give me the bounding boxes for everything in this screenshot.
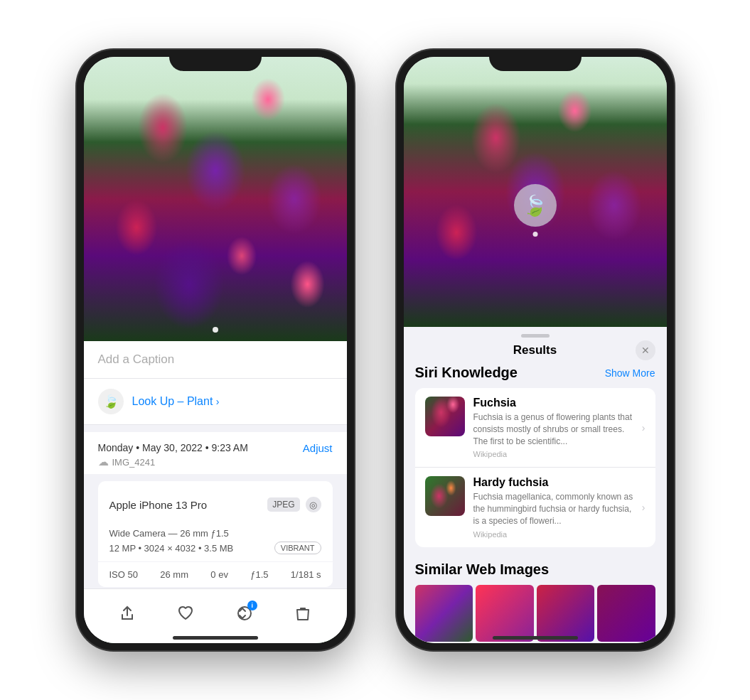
date-info: Monday • May 30, 2022 • 9:23 AM ☁ IMG_42… bbox=[98, 442, 248, 468]
lookup-icon: 🍃 bbox=[98, 389, 124, 414]
similar-image-1[interactable] bbox=[415, 585, 473, 642]
similar-images-section: Similar Web Images bbox=[404, 554, 667, 642]
device-info-card: Apple iPhone 13 Pro JPEG ◎ Wide Camera —… bbox=[98, 481, 333, 587]
exif-row: ISO 50 26 mm 0 ev ƒ1.5 1/181 s bbox=[98, 561, 333, 587]
siri-knowledge-title: Siri Knowledge bbox=[415, 365, 518, 381]
fuchsia-description: Fuchsia is a genus of flowering plants t… bbox=[473, 411, 633, 447]
knowledge-card: Fuchsia Fuchsia is a genus of flowering … bbox=[415, 388, 655, 547]
hardy-name: Hardy fuchsia bbox=[473, 476, 633, 489]
fuchsia-thumbnail bbox=[425, 397, 465, 436]
visual-lookup-icon: 🍃 bbox=[523, 194, 547, 217]
camera-spec2-row: 12 MP • 3024 × 4032 • 3.5 MB VIBRANT bbox=[109, 542, 321, 554]
similar-images-title: Similar Web Images bbox=[415, 561, 655, 578]
ev-value: 0 ev bbox=[210, 569, 228, 580]
lookup-row[interactable]: 🍃 Look Up – Plant › bbox=[84, 379, 347, 425]
file-name-text: IMG_4241 bbox=[112, 457, 156, 468]
hardy-source: Wikipedia bbox=[473, 530, 633, 539]
info-button[interactable]: i bbox=[229, 598, 260, 629]
left-phone: Add a Caption 🍃 Look Up – Plant › Monday… bbox=[77, 50, 354, 650]
similar-image-2[interactable] bbox=[476, 585, 534, 642]
fuchsia-name: Fuchsia bbox=[473, 397, 633, 409]
siri-header: Siri Knowledge Show More bbox=[415, 365, 655, 381]
similar-images-grid bbox=[415, 585, 655, 642]
adjust-button[interactable]: Adjust bbox=[303, 442, 333, 454]
similar-image-4[interactable] bbox=[597, 585, 655, 642]
camera-spec1: Wide Camera — 26 mm ƒ1.5 bbox=[109, 528, 321, 539]
results-header: Results ✕ bbox=[404, 343, 667, 365]
favorite-button[interactable] bbox=[170, 598, 201, 629]
camera-specs: Wide Camera — 26 mm ƒ1.5 12 MP • 3024 × … bbox=[98, 521, 333, 561]
show-more-button[interactable]: Show More bbox=[605, 367, 655, 379]
lookup-indicator-dot bbox=[532, 232, 537, 237]
date-text: Monday • May 30, 2022 • 9:23 AM bbox=[98, 442, 248, 453]
lookup-text: Look Up – Plant › bbox=[132, 395, 220, 408]
knowledge-item-hardy[interactable]: Hardy fuchsia Fuchsia magellanica, commo… bbox=[415, 467, 655, 546]
iso-value: ISO 50 bbox=[109, 569, 138, 580]
similar-image-3[interactable] bbox=[537, 585, 595, 642]
device-name: Apple iPhone 13 Pro bbox=[109, 499, 208, 511]
device-badges: JPEG ◎ bbox=[267, 497, 321, 512]
device-row: Apple iPhone 13 Pro JPEG ◎ bbox=[98, 488, 333, 521]
home-bar bbox=[173, 636, 258, 640]
delete-button[interactable] bbox=[287, 598, 318, 629]
results-handle[interactable] bbox=[521, 334, 550, 338]
aperture-value: ƒ1.5 bbox=[250, 569, 268, 580]
hardy-content: Hardy fuchsia Fuchsia magellanica, commo… bbox=[473, 476, 633, 538]
info-badge: i bbox=[247, 601, 257, 610]
hardy-thumbnail bbox=[425, 476, 465, 516]
results-close-button[interactable]: ✕ bbox=[636, 340, 655, 360]
vibrant-badge: VIBRANT bbox=[274, 542, 321, 554]
right-phone: 🍃 Results ✕ Siri Knowledge Show More bbox=[397, 50, 674, 650]
left-phone-screen: Add a Caption 🍃 Look Up – Plant › Monday… bbox=[84, 57, 347, 643]
visual-lookup-button[interactable]: 🍃 bbox=[514, 184, 557, 227]
fuchsia-source: Wikipedia bbox=[473, 450, 633, 458]
photo-image[interactable] bbox=[84, 57, 347, 341]
results-panel: Results ✕ Siri Knowledge Show More Fuchs… bbox=[404, 327, 667, 643]
location-icon: ◎ bbox=[306, 497, 321, 512]
right-phone-screen: 🍃 Results ✕ Siri Knowledge Show More bbox=[404, 57, 667, 643]
lookup-chevron: › bbox=[216, 396, 220, 407]
results-title: Results bbox=[513, 343, 557, 357]
focal-value: 26 mm bbox=[160, 569, 188, 580]
jpeg-badge: JPEG bbox=[267, 497, 299, 512]
camera-spec2: 12 MP • 3024 × 4032 • 3.5 MB bbox=[109, 543, 234, 554]
right-home-bar bbox=[493, 636, 578, 640]
scene: Add a Caption 🍃 Look Up – Plant › Monday… bbox=[0, 0, 750, 700]
hardy-chevron: › bbox=[642, 502, 645, 513]
hardy-description: Fuchsia magellanica, commonly known as t… bbox=[473, 491, 633, 527]
shutter-value: 1/181 s bbox=[291, 569, 321, 580]
siri-knowledge-section: Siri Knowledge Show More Fuchsia Fuchsia… bbox=[404, 365, 667, 554]
file-name-row: ☁ IMG_4241 bbox=[98, 456, 248, 468]
fuchsia-content: Fuchsia Fuchsia is a genus of flowering … bbox=[473, 397, 633, 458]
photo-page-dot bbox=[213, 327, 218, 333]
right-photo-image: 🍃 bbox=[404, 57, 667, 327]
share-button[interactable] bbox=[112, 598, 143, 629]
caption-placeholder[interactable]: Add a Caption bbox=[98, 352, 175, 366]
caption-area: Add a Caption bbox=[84, 341, 347, 379]
cloud-icon: ☁ bbox=[98, 456, 109, 468]
date-row: Monday • May 30, 2022 • 9:23 AM ☁ IMG_42… bbox=[84, 432, 347, 474]
knowledge-item-fuchsia[interactable]: Fuchsia Fuchsia is a genus of flowering … bbox=[415, 388, 655, 467]
fuchsia-chevron: › bbox=[642, 422, 645, 434]
bottom-toolbar: i bbox=[84, 588, 347, 643]
